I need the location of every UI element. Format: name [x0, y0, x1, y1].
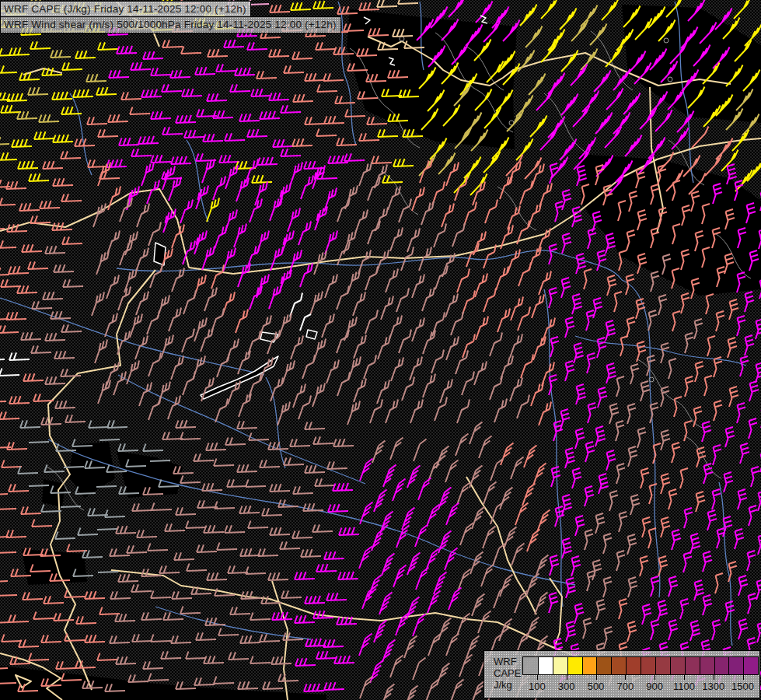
wind-shear-barb — [423, 374, 435, 398]
wind-shear-barb — [41, 417, 61, 425]
wind-shear-barb — [457, 614, 470, 636]
colorbar-cell — [538, 657, 553, 674]
wind-shear-barb — [457, 400, 470, 424]
wind-shear-barb — [721, 150, 738, 172]
wind-shear-barb — [382, 175, 403, 183]
wind-shear-barb — [508, 206, 520, 230]
wind-shear-barb — [325, 275, 337, 299]
wind-shear-barb — [479, 436, 492, 459]
wind-shear-barb — [0, 222, 5, 229]
wind-shear-barb — [359, 634, 372, 656]
wind-shear-barb — [716, 311, 724, 331]
wind-shear-barb — [658, 295, 667, 315]
wind-shear-barb — [749, 418, 757, 439]
wind-shear-barb — [668, 359, 676, 379]
title-bar-cape: WRF CAPE (J/kg) Friday 14-11-2025 12:00 … — [0, 1, 251, 18]
colorbar-tick-label: 1500 — [731, 681, 754, 692]
wind-shear-barb — [303, 503, 323, 511]
wind-shear-barb — [44, 596, 64, 604]
wind-shear-barb — [305, 73, 325, 81]
wind-shear-barb — [98, 42, 118, 50]
wind-shear-barb — [118, 574, 138, 582]
wind-shear-barb — [668, 489, 677, 509]
wind-shear-barb — [148, 544, 168, 551]
wind-shear-barb — [239, 114, 260, 121]
wind-shear-barb — [246, 480, 266, 488]
wind-shear-barb — [359, 2, 379, 10]
wind-shear-barb — [148, 353, 161, 377]
title-bar-windshear: WRF Wind shear (m/s) 500/1000hPa Friday … — [0, 16, 341, 33]
wind-shear-barb — [728, 562, 737, 582]
wind-shear-barb — [61, 107, 82, 114]
wind-shear-barb — [0, 369, 19, 376]
wind-shear-barb — [21, 332, 41, 340]
cape-zero-area — [579, 154, 761, 296]
wind-shear-barb — [548, 73, 565, 95]
wind-shear-barb — [310, 292, 323, 316]
colorbar-tick-label: 300 — [558, 681, 575, 692]
wind-shear-barb — [51, 50, 71, 58]
wind-shear-barb — [641, 468, 649, 488]
weather-map-canvas — [0, 0, 761, 700]
wind-shear-barb — [53, 178, 73, 186]
wind-shear-barb — [549, 288, 557, 308]
wind-shear-barb — [0, 411, 19, 419]
wind-shear-barb — [347, 401, 360, 425]
wind-shear-barb — [43, 161, 63, 169]
wind-shear-barb — [147, 180, 159, 205]
wind-shear-barb — [17, 285, 37, 293]
wind-shear-barb — [672, 443, 680, 463]
wind-shear-barb — [457, 483, 470, 506]
wind-shear-barb — [339, 527, 359, 535]
wind-shear-barb — [452, 223, 465, 247]
wind-shear-barb — [438, 618, 452, 641]
wind-shear-barb — [302, 355, 315, 380]
wind-shear-barb — [515, 503, 529, 526]
wind-shear-barb — [322, 314, 334, 338]
wind-shear-barb — [61, 506, 81, 507]
wind-shear-barb — [230, 607, 250, 614]
wind-shear-barb — [518, 307, 530, 331]
wind-shear-barb — [32, 301, 52, 309]
wind-shear-barb — [500, 575, 513, 597]
wind-shear-barb — [131, 62, 151, 70]
wind-shear-barb — [223, 248, 236, 272]
wind-shear-barb — [85, 635, 105, 642]
wind-shear-barb — [405, 686, 418, 700]
wind-shear-barb — [206, 443, 226, 450]
wind-shear-barb — [295, 572, 315, 579]
wind-shear-barb — [1, 279, 21, 287]
wind-shear-barb — [729, 387, 738, 407]
wind-shear-barb — [281, 231, 294, 255]
wind-shear-barb — [207, 93, 227, 101]
wind-shear-barb — [415, 525, 428, 548]
wind-shear-barb — [270, 527, 290, 535]
wind-shear-barb — [180, 607, 201, 614]
wind-shear-barb — [73, 89, 93, 97]
wind-shear-barb — [92, 292, 104, 317]
wind-shear-barb — [270, 484, 290, 492]
wind-shear-barb — [292, 138, 312, 146]
wind-shear-barb — [532, 164, 544, 188]
wind-shear-barb — [390, 438, 403, 460]
wind-shear-barb — [684, 508, 693, 528]
wind-shear-barb — [278, 402, 290, 426]
wind-shear-barb — [379, 593, 393, 615]
wind-shear-barb — [586, 310, 595, 331]
wind-shear-barb — [225, 133, 245, 141]
wind-shear-barb — [738, 619, 748, 639]
wind-shear-barb — [606, 46, 623, 68]
wind-shear-barb — [292, 51, 312, 59]
wind-shear-barb — [249, 433, 269, 441]
wind-shear-barb — [260, 111, 280, 119]
wind-shear-barb — [573, 106, 590, 128]
wind-shear-barb — [337, 286, 349, 310]
wind-shear-barb — [176, 507, 196, 515]
wind-shear-barb — [34, 131, 54, 139]
colorbar-cell — [641, 657, 655, 674]
wind-shear-barb — [368, 177, 380, 201]
wind-shear-barb — [290, 293, 302, 317]
wind-shear-barb — [530, 116, 547, 138]
wind-shear-barb — [393, 565, 407, 588]
wind-shear-barb — [607, 275, 616, 296]
